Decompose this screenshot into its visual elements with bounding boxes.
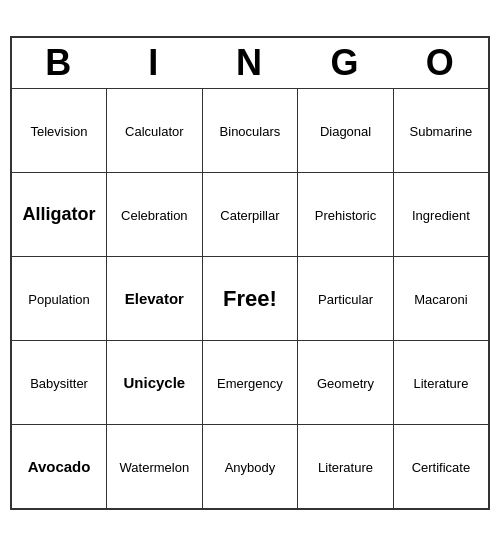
bingo-cell: Unicycle <box>107 341 203 425</box>
bingo-cell: Diagonal <box>298 89 394 173</box>
header-n: N <box>202 37 298 89</box>
cell-label: Particular <box>318 292 373 307</box>
bingo-cell: Ingredient <box>393 173 489 257</box>
bingo-cell: Alligator <box>11 173 107 257</box>
bingo-cell: Calculator <box>107 89 203 173</box>
cell-label: Unicycle <box>124 374 186 391</box>
cell-label: Calculator <box>125 124 184 139</box>
cell-label: Free! <box>223 286 277 311</box>
bingo-cell: Geometry <box>298 341 394 425</box>
bingo-card: B I N G O TelevisionCalculatorBinoculars… <box>10 34 490 510</box>
cell-label: Alligator <box>23 204 96 224</box>
bingo-cell: Avocado <box>11 425 107 509</box>
bingo-cell: Literature <box>298 425 394 509</box>
cell-label: Binoculars <box>220 124 281 139</box>
cell-label: Celebration <box>121 208 188 223</box>
table-row: AvocadoWatermelonAnybodyLiteratureCertif… <box>11 425 489 509</box>
cell-label: Macaroni <box>414 292 467 307</box>
bingo-cell: Television <box>11 89 107 173</box>
cell-label: Population <box>28 292 89 307</box>
cell-label: Elevator <box>125 290 184 307</box>
cell-label: Anybody <box>225 460 276 475</box>
cell-label: Babysitter <box>30 376 88 391</box>
cell-label: Certificate <box>412 460 471 475</box>
cell-label: Emergency <box>217 376 283 391</box>
header-g: G <box>298 37 394 89</box>
bingo-cell: Free! <box>202 257 298 341</box>
bingo-cell: Macaroni <box>393 257 489 341</box>
bingo-cell: Watermelon <box>107 425 203 509</box>
cell-label: Television <box>31 124 88 139</box>
bingo-cell: Certificate <box>393 425 489 509</box>
table-row: TelevisionCalculatorBinocularsDiagonalSu… <box>11 89 489 173</box>
cell-label: Literature <box>413 376 468 391</box>
bingo-cell: Particular <box>298 257 394 341</box>
bingo-cell: Literature <box>393 341 489 425</box>
cell-label: Prehistoric <box>315 208 376 223</box>
table-row: BabysitterUnicycleEmergencyGeometryLiter… <box>11 341 489 425</box>
bingo-cell: Binoculars <box>202 89 298 173</box>
bingo-cell: Caterpillar <box>202 173 298 257</box>
cell-label: Submarine <box>409 124 472 139</box>
table-row: PopulationElevatorFree!ParticularMacaron… <box>11 257 489 341</box>
cell-label: Caterpillar <box>220 208 279 223</box>
bingo-cell: Prehistoric <box>298 173 394 257</box>
table-row: AlligatorCelebrationCaterpillarPrehistor… <box>11 173 489 257</box>
header-o: O <box>393 37 489 89</box>
bingo-cell: Anybody <box>202 425 298 509</box>
bingo-cell: Submarine <box>393 89 489 173</box>
bingo-cell: Emergency <box>202 341 298 425</box>
bingo-cell: Population <box>11 257 107 341</box>
bingo-cell: Babysitter <box>11 341 107 425</box>
cell-label: Literature <box>318 460 373 475</box>
header-i: I <box>107 37 203 89</box>
bingo-grid: B I N G O TelevisionCalculatorBinoculars… <box>10 36 490 510</box>
cell-label: Diagonal <box>320 124 371 139</box>
cell-label: Watermelon <box>120 460 190 475</box>
header-b: B <box>11 37 107 89</box>
cell-label: Geometry <box>317 376 374 391</box>
bingo-cell: Elevator <box>107 257 203 341</box>
cell-label: Avocado <box>28 458 91 475</box>
header-row: B I N G O <box>11 37 489 89</box>
cell-label: Ingredient <box>412 208 470 223</box>
bingo-cell: Celebration <box>107 173 203 257</box>
